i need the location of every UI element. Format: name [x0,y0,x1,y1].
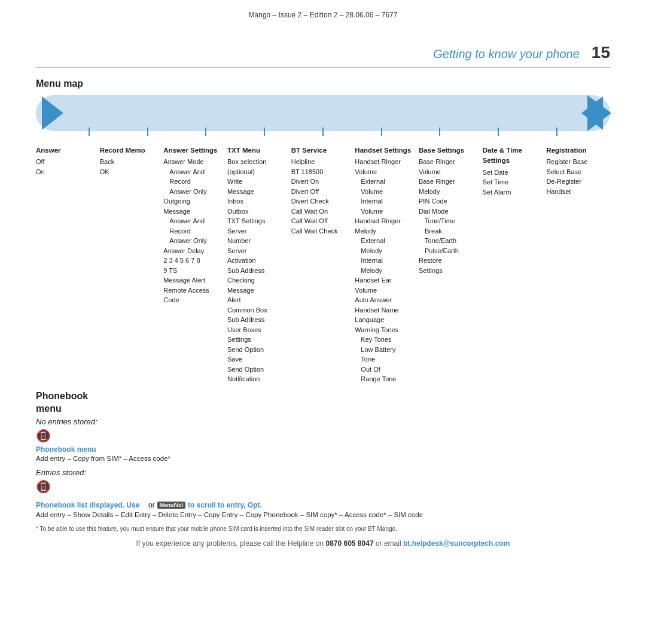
scroll-to-entry-text: to scroll to entry, Opt. [188,501,262,509]
col-4-item-1: BT 118500 [291,167,352,177]
col-3-item-2: Write [227,177,288,187]
col-8-item-2: De-Register [546,177,607,187]
col-3-item-12: Checking [227,275,288,285]
col-6-item-8: Tone/Earth [419,236,479,246]
col-header-2: Answer Settings [163,145,224,156]
col-2-item-8: Answer Only [163,236,224,246]
col-header-0: Answer [36,145,96,156]
col-6-item-4: PIN Code [419,196,479,206]
col-5-item-22: Range Tone [355,374,415,384]
tick-4 [264,127,265,136]
col-4-item-2: Divert On [291,177,352,187]
col-5-item-3: Volume [355,187,415,197]
col-5-item-8: External [355,236,415,246]
col-3-item-5: Outbox [227,206,288,217]
tick-9 [556,127,557,136]
col-6-item-1: Volume [419,167,479,177]
col-7-item-1: Set Time [483,177,543,187]
menu-col-2: Answer SettingsAnswer ModeAnswer AndReco… [163,145,227,305]
col-3-item-1: (optional) [227,167,288,177]
footnote: * To be able to use this feature, you mu… [36,523,610,532]
col-3-item-20: Save [227,354,288,364]
col-3-item-16: Sub Address [227,315,288,325]
helpline-mid: or [376,539,382,548]
phonebook-menu-link[interactable]: Phonebook menu [36,445,96,454]
col-3-item-10: Activation [227,256,288,266]
arrow-forward-icon [42,96,63,130]
col-6-item-6: Tone/Time [419,216,479,226]
col-3-item-6: TXT Settings [227,216,288,226]
menu-vol-badge: Menu/Vol [157,502,185,509]
col-5-item-5: Volume [355,206,415,217]
col-header-6: Base Settings [419,145,479,156]
col-3-item-15: Common Box [227,305,288,315]
tick-3 [205,127,206,136]
col-4-item-5: Call Wait On [291,206,352,217]
menu-col-6: Base SettingsBase RingerVolumeBase Ringe… [419,145,483,275]
phonebook-menu-link-line: Phonebook menu [36,445,610,454]
col-5-item-20: Tone [355,354,415,364]
col-2-item-2: Record [163,177,224,187]
col-8-item-0: Register Base [546,157,607,167]
menu-columns: AnswerOffOnRecord MemoBackOKAnswer Setti… [0,136,646,390]
tick-1 [89,127,90,136]
menu-col-5: Handset SettingsHandset RingerVolumeExte… [355,145,419,384]
col-5-item-16: Language [355,315,415,325]
col-header-3: TXT Menu [227,145,288,156]
col-5-item-7: Melody [355,226,415,236]
section-title: Getting to know your phone [433,47,580,61]
helpline-email[interactable]: bt.helpdesk@suncorptech.com [403,539,510,548]
col-5-item-4: Internal [355,196,415,206]
col-2-item-6: Answer And [163,216,224,226]
col-5-item-12: Handset Ear [355,275,415,285]
bottom-section: Phonebook list displayed. Use or Menu/Vo… [0,496,646,532]
phonebook-list-line: Phonebook list displayed. Use or Menu/Vo… [36,501,610,509]
col-4-item-6: Call Wait Off [291,216,352,226]
col-1-item-0: Back [100,157,160,167]
col-5-item-11: Melody [355,266,415,276]
col-3-item-13: Message [227,285,288,296]
no-entries-label: No entries stored: [36,417,610,426]
col-2-item-5: Message [163,206,224,217]
col-0-item-1: On [36,167,96,177]
col-3-item-0: Box selection [227,157,288,167]
col-7-item-2: Set Alarm [483,187,543,198]
col-2-item-0: Answer Mode [163,157,224,167]
menu-col-1: Record MemoBackOK [100,145,164,177]
tick-7 [439,127,440,136]
col-3-item-3: Message [227,187,288,197]
tick-marks [36,127,610,136]
bottom-add-line: Add entry – Show Details – Edit Entry – … [36,511,610,518]
helpline-email-pre: email [384,539,401,548]
col-2-item-11: 9 TS [163,266,224,276]
menu-col-3: TXT MenuBox selection(optional)WriteMess… [227,145,291,384]
col-5-item-10: Internal [355,256,415,266]
col-5-item-17: Warning Tones [355,325,415,335]
col-5-item-18: Key Tones [355,335,415,345]
top-right-section: Getting to know your phone 15 [0,25,646,62]
col-3-item-7: Server [227,226,288,236]
col-5-item-19: Low Battery [355,345,415,355]
phone-icon-1: 📵 [36,429,51,443]
col-1-item-1: OK [100,167,160,177]
col-2-item-4: Outgoing [163,196,224,206]
arrow-bar-container [36,95,610,136]
col-5-item-1: Volume [355,167,415,177]
col-7-item-0: Set Date [483,168,543,178]
col-6-item-3: Melody [419,187,479,197]
col-2-item-13: Remote Access [163,285,224,296]
col-6-item-9: Pulse/Earth [419,246,479,256]
col-2-item-12: Message Alert [163,275,224,285]
arrow-back-icon [581,96,603,130]
tick-8 [498,127,499,136]
col-header-5: Handset Settings [355,145,415,156]
phone-icon-2: 📵 [36,479,51,494]
col-3-item-8: Number [227,236,288,246]
col-8-item-3: Handset [546,187,607,197]
col-6-item-2: Base Ringer [419,177,479,187]
tick-6 [381,127,382,136]
col-header-4: BT Service [291,145,352,156]
col-5-item-0: Handset Ringer [355,157,415,167]
header-title: Mango – Issue 2 – Edition 2 – 28.06.06 –… [249,11,398,19]
col-5-item-15: Handset Name [355,305,415,315]
